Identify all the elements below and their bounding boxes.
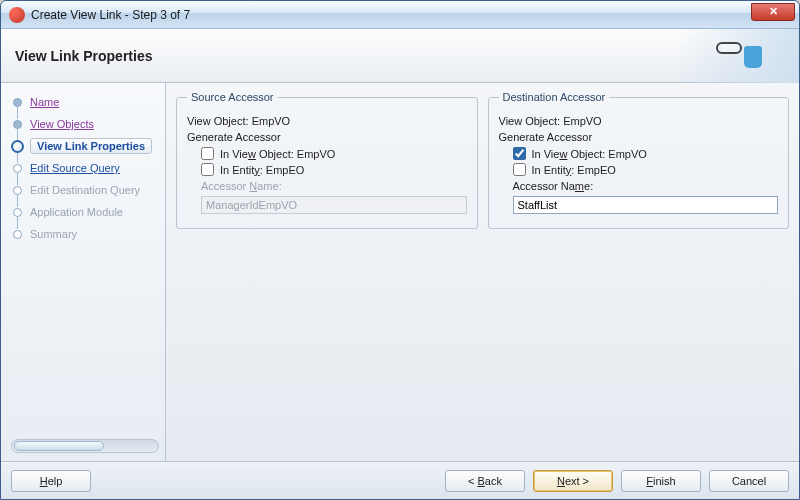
source-accessor-name-row xyxy=(201,196,467,214)
checkbox-input[interactable] xyxy=(201,163,214,176)
dest-view-object-row: View Object: EmpVO xyxy=(499,115,779,127)
source-accessor-name-input xyxy=(201,196,467,214)
step-dot-icon xyxy=(11,140,24,153)
dest-generate-label: Generate Accessor xyxy=(499,131,779,143)
source-view-object-value: EmpVO xyxy=(252,115,291,127)
sidebar-scrollbar[interactable] xyxy=(11,439,159,453)
source-in-entity-checkbox[interactable]: In Entity: EmpEO xyxy=(201,163,467,176)
checkbox-input[interactable] xyxy=(513,163,526,176)
view-link-icon xyxy=(716,40,762,72)
dest-accessor-name-label: Accessor Name: xyxy=(513,180,779,192)
step-label: View Link Properties xyxy=(30,138,152,154)
step-dot-icon xyxy=(13,164,22,173)
step-label[interactable]: View Objects xyxy=(30,118,94,130)
source-view-object-row: View Object: EmpVO xyxy=(187,115,467,127)
dest-view-object-label: View Object: xyxy=(499,115,561,127)
dest-in-entity-checkbox[interactable]: In Entity: EmpEO xyxy=(513,163,779,176)
checkbox-label: In View Object: EmpVO xyxy=(220,148,335,160)
step-summary: Summary xyxy=(9,223,165,245)
step-label: Edit Destination Query xyxy=(30,184,140,196)
source-view-object-label: View Object: xyxy=(187,115,249,127)
source-accessor-group: Source Accessor View Object: EmpVO Gener… xyxy=(176,91,478,229)
step-label: Application Module xyxy=(30,206,123,218)
dest-in-view-object-checkbox[interactable]: In View Object: EmpVO xyxy=(513,147,779,160)
cancel-button[interactable]: Cancel xyxy=(709,470,789,492)
scrollbar-thumb[interactable] xyxy=(14,441,104,451)
titlebar: Create View Link - Step 3 of 7 ✕ xyxy=(1,1,799,29)
wizard-window: Create View Link - Step 3 of 7 ✕ View Li… xyxy=(0,0,800,500)
step-view-objects[interactable]: View Objects xyxy=(9,113,165,135)
close-button[interactable]: ✕ xyxy=(751,3,795,21)
step-list: Name View Objects View Link Properties E… xyxy=(9,91,165,435)
window-title: Create View Link - Step 3 of 7 xyxy=(31,8,190,22)
source-generate-label: Generate Accessor xyxy=(187,131,467,143)
close-icon: ✕ xyxy=(769,5,778,18)
checkbox-label: In View Object: EmpVO xyxy=(532,148,647,160)
header-decoration xyxy=(679,29,799,83)
destination-accessor-group: Destination Accessor View Object: EmpVO … xyxy=(488,91,790,229)
step-name[interactable]: Name xyxy=(9,91,165,113)
page-title: View Link Properties xyxy=(15,48,152,64)
wizard-content: Source Accessor View Object: EmpVO Gener… xyxy=(166,83,799,461)
wizard-header: View Link Properties xyxy=(1,29,799,83)
next-button[interactable]: Next > xyxy=(533,470,613,492)
help-button[interactable]: Help xyxy=(11,470,91,492)
step-label[interactable]: Name xyxy=(30,96,59,108)
step-edit-destination-query: Edit Destination Query xyxy=(9,179,165,201)
step-label: Summary xyxy=(30,228,77,240)
back-button[interactable]: < Back xyxy=(445,470,525,492)
step-dot-icon xyxy=(13,120,22,129)
checkbox-label: In Entity: EmpEO xyxy=(220,164,304,176)
step-view-link-properties[interactable]: View Link Properties xyxy=(9,135,165,157)
checkbox-label: In Entity: EmpEO xyxy=(532,164,616,176)
step-dot-icon xyxy=(13,186,22,195)
dest-legend: Destination Accessor xyxy=(499,91,610,103)
wizard-sidebar: Name View Objects View Link Properties E… xyxy=(1,83,166,461)
dest-accessor-name-input[interactable] xyxy=(513,196,779,214)
app-icon xyxy=(9,7,25,23)
dest-accessor-name-row xyxy=(513,196,779,214)
step-application-module: Application Module xyxy=(9,201,165,223)
step-edit-source-query[interactable]: Edit Source Query xyxy=(9,157,165,179)
source-accessor-name-label: Accessor Name: xyxy=(201,180,467,192)
step-dot-icon xyxy=(13,208,22,217)
dest-view-object-value: EmpVO xyxy=(563,115,602,127)
step-dot-icon xyxy=(13,98,22,107)
wizard-body: Name View Objects View Link Properties E… xyxy=(1,83,799,461)
source-in-view-object-checkbox[interactable]: In View Object: EmpVO xyxy=(201,147,467,160)
finish-button[interactable]: Finish xyxy=(621,470,701,492)
wizard-footer: Help < Back Next > Finish Cancel xyxy=(1,461,799,499)
checkbox-input[interactable] xyxy=(201,147,214,160)
step-label[interactable]: Edit Source Query xyxy=(30,162,120,174)
checkbox-input[interactable] xyxy=(513,147,526,160)
source-legend: Source Accessor xyxy=(187,91,278,103)
step-dot-icon xyxy=(13,230,22,239)
